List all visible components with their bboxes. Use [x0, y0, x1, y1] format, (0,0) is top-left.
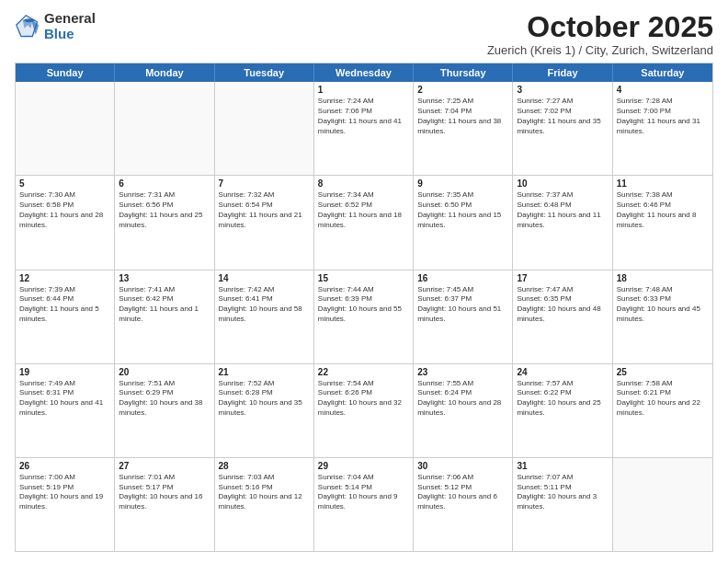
day-number: 22 [318, 367, 409, 377]
cell-info: Sunrise: 7:55 AMSunset: 6:24 PMDaylight:… [417, 379, 508, 419]
title-block: October 2025 Zuerich (Kreis 1) / City, Z… [487, 11, 713, 57]
day-number: 16 [417, 273, 508, 283]
header-day-wednesday: Wednesday [314, 63, 414, 82]
cell-info: Sunrise: 7:42 AMSunset: 6:41 PMDaylight:… [219, 285, 310, 325]
calendar-cell-1-3: 8Sunrise: 7:34 AMSunset: 6:52 PMDaylight… [314, 176, 414, 269]
header-day-sunday: Sunday [16, 63, 115, 82]
header-day-thursday: Thursday [414, 63, 513, 82]
cell-info: Sunrise: 7:30 AMSunset: 6:58 PMDaylight:… [19, 190, 110, 230]
calendar-cell-3-3: 22Sunrise: 7:54 AMSunset: 6:26 PMDayligh… [314, 364, 414, 457]
calendar-cell-2-1: 13Sunrise: 7:41 AMSunset: 6:42 PMDayligh… [115, 270, 214, 363]
day-number: 29 [318, 461, 409, 471]
day-number: 28 [219, 461, 310, 471]
calendar-cell-2-0: 12Sunrise: 7:39 AMSunset: 6:44 PMDayligh… [16, 270, 115, 363]
page: General Blue October 2025 Zuerich (Kreis… [0, 0, 728, 563]
header: General Blue October 2025 Zuerich (Kreis… [15, 11, 713, 57]
calendar-cell-3-0: 19Sunrise: 7:49 AMSunset: 6:31 PMDayligh… [16, 364, 115, 457]
day-number: 21 [219, 367, 310, 377]
logo-general-text: General [44, 11, 96, 27]
calendar-cell-0-3: 1Sunrise: 7:24 AMSunset: 7:06 PMDaylight… [314, 82, 414, 175]
calendar-cell-1-4: 9Sunrise: 7:35 AMSunset: 6:50 PMDaylight… [414, 176, 513, 269]
header-day-saturday: Saturday [613, 63, 712, 82]
day-number: 15 [318, 273, 409, 283]
cell-info: Sunrise: 7:25 AMSunset: 7:04 PMDaylight:… [417, 97, 508, 136]
cell-info: Sunrise: 7:00 AMSunset: 5:19 PMDaylight:… [19, 473, 110, 512]
cell-info: Sunrise: 7:48 AMSunset: 6:33 PMDaylight:… [617, 285, 709, 325]
day-number: 11 [617, 178, 709, 189]
calendar-cell-3-2: 21Sunrise: 7:52 AMSunset: 6:28 PMDayligh… [215, 364, 314, 457]
calendar-cell-3-1: 20Sunrise: 7:51 AMSunset: 6:29 PMDayligh… [115, 364, 214, 457]
day-number: 12 [19, 273, 110, 283]
cell-info: Sunrise: 7:01 AMSunset: 5:17 PMDaylight:… [119, 473, 210, 512]
calendar-row-2: 12Sunrise: 7:39 AMSunset: 6:44 PMDayligh… [16, 270, 712, 363]
cell-info: Sunrise: 7:03 AMSunset: 5:16 PMDaylight:… [219, 473, 310, 512]
calendar-cell-1-6: 11Sunrise: 7:38 AMSunset: 6:46 PMDayligh… [613, 176, 712, 269]
cell-info: Sunrise: 7:54 AMSunset: 6:26 PMDaylight:… [318, 379, 409, 419]
calendar-cell-0-4: 2Sunrise: 7:25 AMSunset: 7:04 PMDaylight… [414, 82, 513, 175]
cell-info: Sunrise: 7:28 AMSunset: 7:00 PMDaylight:… [617, 97, 709, 136]
day-number: 31 [517, 461, 608, 471]
calendar-cell-4-5: 31Sunrise: 7:07 AMSunset: 5:11 PMDayligh… [513, 458, 612, 551]
cell-info: Sunrise: 7:07 AMSunset: 5:11 PMDaylight:… [517, 473, 608, 512]
calendar-row-3: 19Sunrise: 7:49 AMSunset: 6:31 PMDayligh… [16, 363, 712, 457]
day-number: 17 [517, 273, 608, 283]
day-number: 30 [417, 461, 508, 471]
logo-blue-text: Blue [44, 27, 96, 42]
calendar-cell-4-4: 30Sunrise: 7:06 AMSunset: 5:12 PMDayligh… [414, 458, 513, 551]
day-number: 7 [219, 178, 310, 189]
cell-info: Sunrise: 7:52 AMSunset: 6:28 PMDaylight:… [219, 379, 310, 419]
cell-info: Sunrise: 7:34 AMSunset: 6:52 PMDaylight:… [318, 190, 409, 230]
cell-info: Sunrise: 7:41 AMSunset: 6:42 PMDaylight:… [119, 285, 210, 325]
calendar-cell-0-5: 3Sunrise: 7:27 AMSunset: 7:02 PMDaylight… [513, 82, 612, 175]
day-number: 8 [318, 178, 409, 189]
cell-info: Sunrise: 7:27 AMSunset: 7:02 PMDaylight:… [517, 97, 608, 136]
cell-info: Sunrise: 7:31 AMSunset: 6:56 PMDaylight:… [119, 190, 210, 230]
cell-info: Sunrise: 7:47 AMSunset: 6:35 PMDaylight:… [517, 285, 608, 325]
logo-icon [15, 14, 40, 40]
cell-info: Sunrise: 7:39 AMSunset: 6:44 PMDaylight:… [19, 285, 110, 325]
day-number: 9 [417, 178, 508, 189]
calendar-cell-4-2: 28Sunrise: 7:03 AMSunset: 5:16 PMDayligh… [215, 458, 314, 551]
calendar-row-1: 5Sunrise: 7:30 AMSunset: 6:58 PMDaylight… [16, 175, 712, 269]
calendar-cell-0-1 [115, 82, 214, 175]
calendar-row-0: 1Sunrise: 7:24 AMSunset: 7:06 PMDaylight… [16, 82, 712, 175]
calendar-cell-3-4: 23Sunrise: 7:55 AMSunset: 6:24 PMDayligh… [414, 364, 513, 457]
logo-text: General Blue [44, 11, 96, 41]
day-number: 26 [19, 461, 110, 471]
cell-info: Sunrise: 7:32 AMSunset: 6:54 PMDaylight:… [219, 190, 310, 230]
calendar-cell-2-6: 18Sunrise: 7:48 AMSunset: 6:33 PMDayligh… [613, 270, 712, 363]
cell-info: Sunrise: 7:49 AMSunset: 6:31 PMDaylight:… [19, 379, 110, 419]
calendar-cell-2-5: 17Sunrise: 7:47 AMSunset: 6:35 PMDayligh… [513, 270, 612, 363]
calendar-cell-0-0 [16, 82, 115, 175]
day-number: 23 [417, 367, 508, 377]
day-number: 3 [517, 85, 608, 95]
calendar-cell-2-3: 15Sunrise: 7:44 AMSunset: 6:39 PMDayligh… [314, 270, 414, 363]
calendar-cell-1-1: 6Sunrise: 7:31 AMSunset: 6:56 PMDaylight… [115, 176, 214, 269]
day-number: 10 [517, 178, 608, 189]
calendar-cell-3-5: 24Sunrise: 7:57 AMSunset: 6:22 PMDayligh… [513, 364, 612, 457]
day-number: 20 [119, 367, 210, 377]
cell-info: Sunrise: 7:04 AMSunset: 5:14 PMDaylight:… [318, 473, 409, 512]
calendar-header: SundayMondayTuesdayWednesdayThursdayFrid… [16, 63, 712, 82]
day-number: 5 [19, 178, 110, 189]
calendar-cell-0-6: 4Sunrise: 7:28 AMSunset: 7:00 PMDaylight… [613, 82, 712, 175]
day-number: 14 [219, 273, 310, 283]
cell-info: Sunrise: 7:45 AMSunset: 6:37 PMDaylight:… [417, 285, 508, 325]
day-number: 1 [318, 85, 409, 95]
calendar-cell-2-4: 16Sunrise: 7:45 AMSunset: 6:37 PMDayligh… [414, 270, 513, 363]
day-number: 19 [19, 367, 110, 377]
calendar-cell-1-2: 7Sunrise: 7:32 AMSunset: 6:54 PMDaylight… [215, 176, 314, 269]
day-number: 27 [119, 461, 210, 471]
calendar-cell-1-5: 10Sunrise: 7:37 AMSunset: 6:48 PMDayligh… [513, 176, 612, 269]
title-month: October 2025 [487, 11, 713, 43]
calendar-cell-4-6 [613, 458, 712, 551]
day-number: 2 [417, 85, 508, 95]
cell-info: Sunrise: 7:51 AMSunset: 6:29 PMDaylight:… [119, 379, 210, 419]
day-number: 4 [617, 85, 709, 95]
calendar-cell-1-0: 5Sunrise: 7:30 AMSunset: 6:58 PMDaylight… [16, 176, 115, 269]
calendar-cell-2-2: 14Sunrise: 7:42 AMSunset: 6:41 PMDayligh… [215, 270, 314, 363]
header-day-friday: Friday [513, 63, 612, 82]
day-number: 25 [617, 367, 709, 377]
cell-info: Sunrise: 7:06 AMSunset: 5:12 PMDaylight:… [417, 473, 508, 512]
calendar: SundayMondayTuesdayWednesdayThursdayFrid… [15, 63, 713, 552]
